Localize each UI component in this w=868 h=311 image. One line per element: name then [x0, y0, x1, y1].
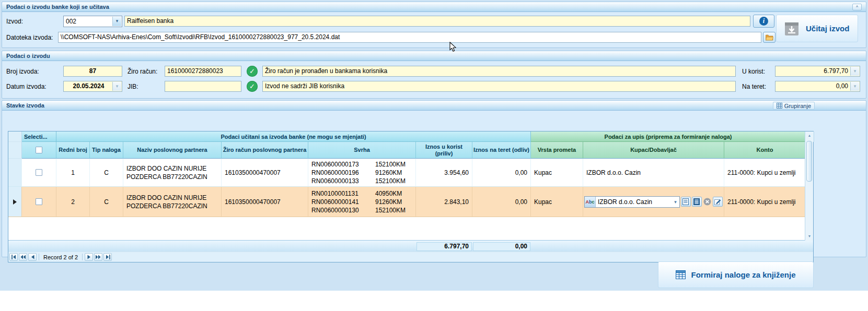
open-partner-details-button[interactable]: [692, 197, 702, 207]
svrha-amount: 91260KM: [375, 198, 402, 206]
pencil-edit-icon: [714, 198, 721, 205]
na-teret-label: Na teret:: [742, 83, 766, 90]
prev-record-button[interactable]: [28, 253, 37, 261]
formiraj-naloge-label: Formiraj naloge za knjiženje: [691, 270, 795, 279]
svrha-amount: 40950KM: [375, 189, 402, 198]
selection-band[interactable]: Selecti...: [22, 131, 56, 142]
chevron-down-icon[interactable]: ▾: [850, 67, 859, 76]
izvod-combobox[interactable]: 002 ▾: [63, 16, 122, 27]
table-row[interactable]: 2 C IZBOR DOO CAZIN NURIJE POZDERCA BB77…: [8, 187, 813, 217]
current-row-arrow-icon: [13, 199, 17, 205]
broj-izvoda-field[interactable]: 87: [63, 66, 122, 77]
first-record-button[interactable]: [9, 253, 18, 261]
statement-file-path-field[interactable]: \\COMSOFT-NAS\Arhiva-Enes\Com_Soft\Izvod…: [58, 32, 761, 43]
circle-x-icon: [703, 198, 711, 206]
izvod-label: Izvod:: [6, 18, 23, 25]
datum-izvoda-field[interactable]: 20.05.2024 ▾: [63, 81, 122, 92]
band-bank-data[interactable]: Podaci učitani sa izvoda banke (ne mogu …: [56, 131, 531, 142]
clear-partner-button[interactable]: [703, 197, 712, 207]
chevron-down-icon[interactable]: ▾: [850, 82, 859, 91]
info-icon: i: [759, 17, 768, 26]
scrollbar-thumb[interactable]: [806, 141, 812, 182]
band-entry-data[interactable]: Podaci za upis (priprema za formiranje n…: [531, 131, 806, 142]
column-header-iznos-u-korist[interactable]: Iznos u korist (priliv): [416, 142, 472, 159]
select-all-header[interactable]: [22, 142, 56, 159]
cell-tip-naloga: C: [90, 159, 123, 187]
column-header-svrha[interactable]: Svrha: [308, 142, 416, 159]
scroll-down-icon[interactable]: ▼: [805, 232, 814, 241]
u-korist-label: U korist:: [742, 68, 765, 75]
panel-statement-file: Podaci o izvodu banke koji se učitava ˄ …: [2, 2, 866, 48]
column-header-vrsta-prometa[interactable]: Vrsta prometa: [531, 142, 583, 159]
record-status: Record 2 of 2: [41, 254, 80, 260]
kupac-editor-value[interactable]: IZBOR d.o.o. Cazin: [596, 198, 672, 206]
svrha-amount: 152100KM: [375, 160, 406, 169]
cell-konto[interactable]: 211-0000: Kupci u zemlji: [724, 187, 806, 217]
svrha-ref: RN00600000130: [311, 206, 375, 214]
cell-vrsta-prometa[interactable]: Kupac: [531, 159, 583, 187]
cell-kupac-dobavljac[interactable]: IZBOR d.o.o. Cazin: [583, 159, 724, 187]
datum-izvoda-label: Datum izvoda:: [6, 83, 47, 90]
collapse-panel-button[interactable]: ˄: [852, 4, 862, 10]
edit-partner-button[interactable]: [713, 197, 723, 207]
na-teret-field[interactable]: 0,00 ▾: [775, 81, 860, 92]
last-record-button[interactable]: [103, 253, 112, 261]
column-header-iznos-na-teret[interactable]: Iznos na teret (odliv): [472, 142, 531, 159]
column-header-kupac[interactable]: Kupac/Dobavljač: [583, 142, 724, 159]
izvod-value: 002: [66, 17, 76, 26]
info-button[interactable]: i: [753, 15, 774, 28]
jib-status-field: Izvod ne sadrži JIB korisnika: [262, 81, 736, 92]
cell-tip-naloga: C: [90, 187, 123, 217]
cell-naziv: IZBOR DOO CAZIN NURIJE POZDERCA BB77220C…: [123, 187, 222, 217]
panel-title: Stavke izvoda: [6, 102, 44, 109]
row-select-cell[interactable]: [22, 159, 56, 187]
cell-ziro-racun: 1610350000470007: [222, 159, 308, 187]
next-record-button[interactable]: [85, 253, 93, 261]
row-checkbox[interactable]: [36, 198, 42, 205]
select-all-checkbox[interactable]: [36, 147, 42, 153]
cell-svrha: RN0010000113140950KM RN0060000014191260K…: [308, 187, 416, 217]
open-partner-list-button[interactable]: [681, 197, 691, 207]
chevron-down-icon[interactable]: ▾: [112, 17, 121, 26]
prev-page-button[interactable]: [19, 253, 27, 261]
navigator-separator: [82, 254, 83, 260]
svrha-ref: RN00600000141: [311, 198, 375, 206]
panel-title: Podaci o izvodu: [6, 53, 50, 59]
band-indicator-cell: [8, 131, 22, 142]
table-row[interactable]: 1 C IZBOR DOO CAZIN NURIJE POZDERCA BB77…: [8, 159, 813, 187]
total-u-korist: 6.797,70: [416, 242, 472, 251]
kupac-lookup-editor[interactable]: Abc IZBOR d.o.o. Cazin ▾: [584, 196, 680, 208]
grid-vertical-scrollbar[interactable]: ▲ ▼: [805, 131, 813, 241]
jib-field[interactable]: [165, 81, 241, 92]
next-page-button[interactable]: [94, 253, 102, 261]
svrha-ref: RN00600000196: [311, 169, 375, 177]
column-header-tip-naloga[interactable]: Tip naloga: [90, 142, 123, 159]
u-korist-field[interactable]: 6.797,70 ▾: [775, 66, 860, 77]
panel-statement-data: Podaci o izvodu Broj izvoda: 87 Žiro rač…: [2, 51, 866, 99]
column-header-konto[interactable]: Konto: [724, 142, 806, 159]
column-header-naziv[interactable]: Naziv poslovnog partnera: [123, 142, 222, 159]
grid-totals-row: 6.797,70 0,00: [8, 241, 813, 252]
cell-konto[interactable]: 211-0000: Kupci u zemlji: [724, 159, 806, 187]
ucitaj-izvod-button[interactable]: Učitaj izvod: [776, 15, 858, 42]
record-navigator: Record 2 of 2: [8, 252, 813, 262]
cell-vrsta-prometa[interactable]: Kupac: [531, 187, 583, 217]
bank-name-field[interactable]: Raiffeisen banka: [124, 16, 750, 27]
cell-kupac-dobavljac-editor: Abc IZBOR d.o.o. Cazin ▾: [583, 187, 724, 217]
browse-file-button[interactable]: [763, 32, 776, 43]
statement-items-grid: Selecti... Podaci učitani sa izvoda bank…: [8, 131, 814, 262]
column-header-redni-broj[interactable]: Redni broj: [56, 142, 90, 159]
ziro-racun-field[interactable]: 1610000272880023: [165, 66, 241, 77]
grupiranje-label: Grupiranje: [784, 103, 811, 109]
document-filled-icon: [693, 198, 700, 205]
chevron-down-icon[interactable]: ▾: [672, 199, 679, 205]
grupiranje-button[interactable]: Grupiranje: [773, 102, 815, 110]
column-header-ziro[interactable]: Žiro račun poslovnog partnera: [222, 142, 308, 159]
scroll-up-icon[interactable]: ▲: [805, 131, 814, 140]
grid-header-row: Redni broj Tip naloga Naziv poslovnog pa…: [8, 142, 813, 159]
formiraj-naloge-button[interactable]: Formiraj naloge za knjiženje: [658, 261, 814, 288]
chevron-down-icon[interactable]: ▾: [112, 82, 121, 91]
row-checkbox[interactable]: [36, 169, 42, 176]
row-select-cell[interactable]: [22, 187, 56, 217]
jib-label: JIB:: [128, 83, 138, 90]
